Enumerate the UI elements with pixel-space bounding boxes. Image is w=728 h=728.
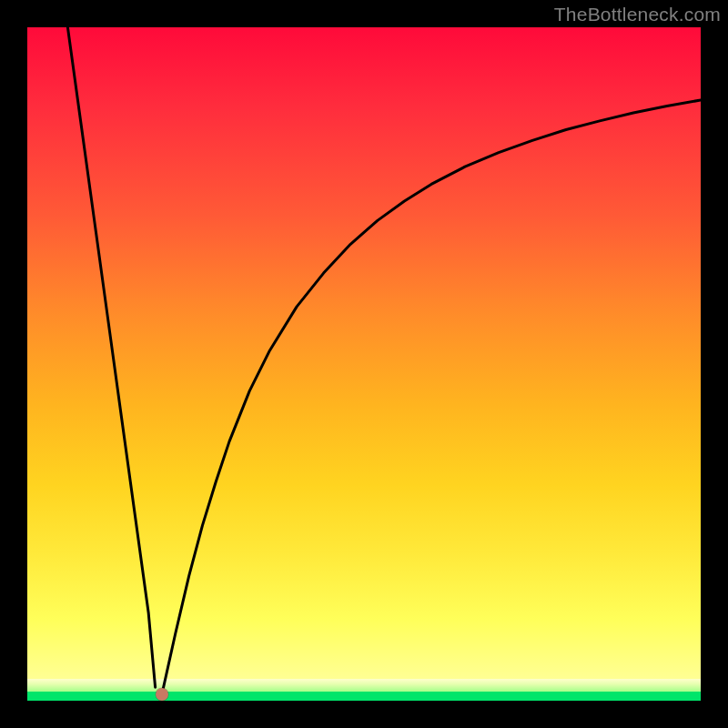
bottleneck-marker xyxy=(156,688,168,701)
watermark-text: TheBottleneck.com xyxy=(554,4,721,25)
plot-area xyxy=(27,27,701,701)
chart-root: TheBottleneck.com xyxy=(0,0,728,728)
